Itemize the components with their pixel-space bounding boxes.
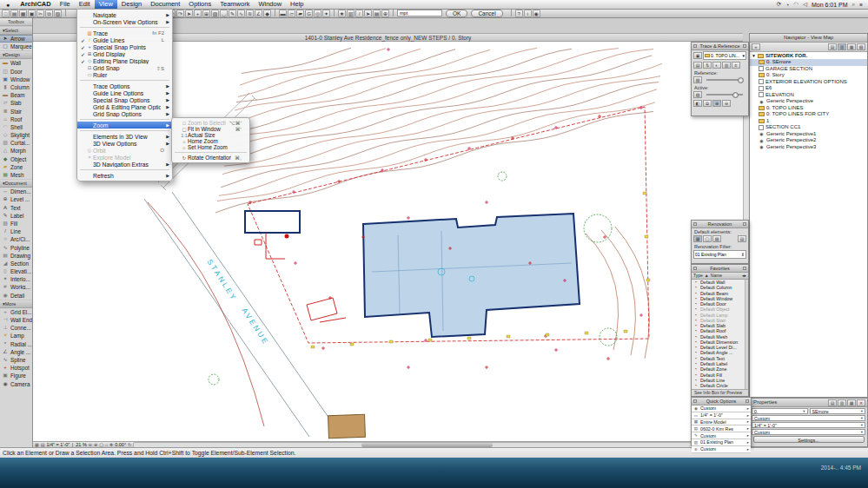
tool-figure[interactable]: ▣Figure [0, 372, 32, 379]
sync-status-icon[interactable]: ⟳ [777, 1, 781, 8]
palette-close-icon[interactable] [743, 267, 746, 270]
pen-set-icon[interactable]: ▥ [347, 10, 354, 17]
toolbox-section-more[interactable]: ▾More [0, 300, 32, 308]
favorite-default-polyline[interactable]: ▪Default Polyline [692, 388, 748, 389]
menubar-item-window[interactable]: Window [254, 0, 286, 9]
palette-dock-1-icon[interactable]: ▤ [828, 399, 837, 406]
tool-conne[interactable]: ⊥Conne... [0, 324, 32, 332]
cancel-button[interactable]: Cancel [471, 10, 502, 17]
offset-icon[interactable]: ≋ [246, 10, 254, 17]
tool-level[interactable]: ⊕Level ... [0, 195, 32, 203]
quick-option-1-4-1-0-1[interactable]: ▭1/4" = 1'-0"▸ [692, 412, 751, 419]
disclosure-triangle-icon[interactable]: ▼ [752, 52, 756, 59]
marker-icon[interactable]: ◆ [263, 10, 271, 17]
tool-lamp[interactable]: ☀Lamp [0, 332, 32, 340]
settings-button[interactable]: Settings... [753, 436, 865, 443]
reference-slider[interactable] [706, 79, 743, 81]
tool-interio[interactable]: ✦Interio... [0, 275, 32, 283]
navigator-item-0-topo-lines-for-city[interactable]: 0. TOPO LINES FOR CITY [750, 111, 867, 118]
zone-tool-icon[interactable]: ▰ [296, 10, 304, 17]
spotlight-icon[interactable]: ⌕ [852, 1, 856, 8]
navigator-item-section-cc1[interactable]: SECTION CC1 [750, 124, 867, 131]
volume-icon[interactable]: ◁ [803, 1, 807, 8]
navigator-item-0-semore[interactable]: 0. SEmore [750, 59, 867, 66]
reference-swatch[interactable]: ▧ [693, 76, 702, 83]
tool-radial[interactable]: *Radial ... [0, 340, 32, 348]
tool-camera[interactable]: ◉Camera [0, 380, 32, 388]
tool-label[interactable]: ✎Label [0, 212, 32, 220]
active-slider-knob[interactable] [732, 92, 739, 98]
menubar-item-design[interactable]: Design [117, 0, 146, 9]
renovation-filter-dropdown[interactable]: 01 Existing Plan⇕ [693, 250, 746, 259]
active-slider[interactable] [706, 94, 743, 96]
existing-status-icon[interactable]: ▦ [693, 235, 702, 242]
menu-item-navigate[interactable]: Navigate▶ [77, 11, 172, 18]
tool-slab[interactable]: ▱Slab [0, 99, 32, 107]
quick-option-custom-4[interactable]: ✎Custom▸ [692, 432, 751, 439]
menu-item-grid-snap-options[interactable]: Grid Snap Options▶ [77, 110, 172, 117]
tool-angle[interactable]: ∠Angle ... [0, 348, 32, 356]
menu-item-grid-display[interactable]: ✓⊞Grid Display [77, 50, 172, 57]
menu-item-editing-plane-display[interactable]: ✓◇Editing Plane Display [77, 57, 172, 64]
redo-icon[interactable]: ↷ [176, 10, 184, 17]
tool-skylight[interactable]: ◇Skylight [0, 131, 32, 139]
tool-text[interactable]: AText [0, 204, 32, 212]
navigator-item-e6[interactable]: E6 [750, 85, 867, 92]
wifi-icon[interactable]: ◠ [793, 1, 798, 8]
trace-tool-2-icon[interactable]: ⇅ [703, 62, 712, 69]
view-map-tab-icon[interactable]: ▥ [838, 43, 846, 50]
orbit-icon[interactable]: ◎ [314, 10, 321, 17]
menubar-item-help[interactable]: Help [286, 0, 308, 9]
tool-works[interactable]: #Works... [0, 283, 32, 291]
cut-icon[interactable]: ✂ [36, 10, 44, 17]
trace-move-icon[interactable]: ⊕ [712, 100, 721, 107]
menubar-item-options[interactable]: Options [184, 0, 215, 9]
new-status-icon[interactable]: ▨ [712, 235, 721, 242]
properties-field[interactable]: 1/4" = 1'-0"▾ [752, 422, 865, 428]
tool-mesh[interactable]: ▦Mesh [0, 171, 32, 179]
print-icon[interactable]: ▣ [28, 10, 36, 17]
menu-item-special-snap-points[interactable]: ✓+Special Snap Points [77, 43, 172, 50]
menu-item-trace[interactable]: ▥Tracefn F2 [77, 30, 172, 36]
properties-field[interactable]: 0.▾ [752, 408, 808, 414]
trace-reference-dropdown[interactable]: 0. TOPO LIN...▾ [703, 51, 746, 60]
tool-dimen[interactable]: ↔Dimen... [0, 188, 32, 195]
menubar-item-file[interactable]: File [56, 0, 75, 9]
menubar-item-edit[interactable]: Edit [75, 0, 95, 9]
menubar-item-view[interactable]: View [95, 0, 117, 9]
favorites-header[interactable]: Type▲Name ◂▸ [692, 273, 748, 280]
publisher-tab-icon[interactable]: ▧ [857, 43, 865, 50]
grid-icon[interactable]: ⊞ [202, 10, 210, 17]
close-panel-icon[interactable]: ✕ [857, 399, 865, 406]
horizontal-scrollbar-thumb[interactable] [361, 443, 493, 447]
trace-tool-5-icon[interactable]: ≡ [732, 62, 740, 69]
tool-grid-el[interactable]: +Grid El... [0, 308, 32, 316]
navigator-item-0-story[interactable]: 0. Story [750, 72, 867, 79]
menu-item-3d-navigation-extras[interactable]: 3D Navigation Extras▶ [77, 161, 172, 168]
tool-zone[interactable]: ▰Zone [0, 163, 32, 171]
ok-button[interactable]: OK [446, 10, 467, 17]
active-swatch[interactable]: ▨ [693, 91, 702, 98]
quick-option-0602-0-kim-res-3[interactable]: ▤0602-0 Kim Res▸ [692, 425, 751, 432]
menu-item-fit-in-window[interactable]: ▢Fit in Window⌘' [172, 126, 249, 132]
favorites-view-icon[interactable]: ◂▸ [742, 273, 746, 279]
reference-slider-knob[interactable] [738, 77, 744, 83]
trace-tool-3-icon[interactable]: ◐ [712, 62, 721, 69]
menu-item-zoom[interactable]: Zoom▶ [77, 122, 172, 129]
tool-door[interactable]: ◫Door [0, 68, 32, 76]
menu-item-special-snap-options[interactable]: Special Snap Options▶ [77, 96, 172, 103]
toolbox-section-design[interactable]: ▾Design [0, 50, 32, 59]
measure-icon[interactable]: ∠ [255, 10, 262, 17]
tool-hotspot[interactable]: +Hotspot [0, 364, 32, 372]
menu-item-grid-snap[interactable]: ⊡Grid Snap⇧S [77, 64, 172, 71]
explore-icon[interactable]: ✦ [322, 10, 330, 17]
quick-option-entire-model-2[interactable]: ▦Entire Model▸ [692, 419, 751, 426]
zoom-tool-icon[interactable]: ⊕ [381, 10, 389, 17]
toolbox-section-select[interactable]: ▾Select [0, 26, 32, 35]
erase-icon[interactable]: ▨ [211, 10, 219, 17]
paste-icon[interactable]: ▧ [54, 10, 62, 17]
palette-handle-icon[interactable] [693, 44, 697, 48]
tool-stair[interactable]: ≣Stair [0, 108, 32, 115]
menu-item-grid-editing-plane-options[interactable]: Grid & Editing Plane Options▶ [77, 103, 172, 110]
palette-close-icon[interactable] [745, 399, 749, 403]
